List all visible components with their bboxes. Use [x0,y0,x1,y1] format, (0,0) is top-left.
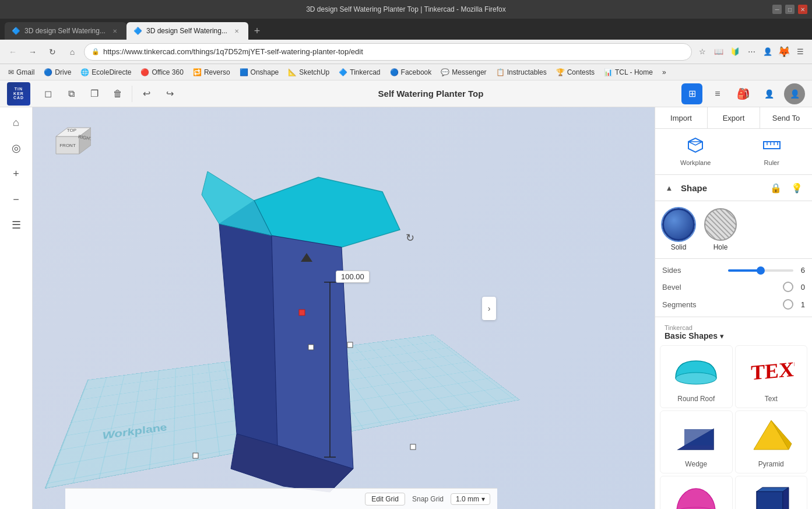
scroll-right-arrow[interactable]: › [482,297,496,320]
svg-marker-36 [684,429,713,445]
ruler-button[interactable]: Ruler [736,134,808,170]
library-name-dropdown[interactable]: Basic Shapes ▾ [665,331,724,340]
back-button[interactable]: ← [5,44,21,60]
shape-card-pyramid[interactable]: Pyramid [735,410,808,473]
maximize-button[interactable]: □ [785,5,795,14]
grid-view-button[interactable]: ⊞ [681,83,702,104]
shape-card-half-sphere[interactable]: Half Sphere [660,476,733,509]
briefcase-button[interactable]: 🎒 [733,83,754,104]
shape-panel-header: ▲ Shape 🔒 💡 [655,175,812,201]
bookmark-messenger[interactable]: 💬 Messenger [437,67,490,78]
hole-label: Hole [713,243,728,251]
bevel-radio[interactable] [783,282,793,292]
layers-button[interactable]: ☰ [6,215,27,236]
svg-rect-41 [757,492,783,510]
shape-card-wedge[interactable]: Wedge [660,410,733,473]
bookmark-more[interactable]: » [659,67,670,78]
workplane-label-text: Workplane [680,159,711,166]
tab-1-close[interactable]: ✕ [110,26,119,36]
bookmarks-icon[interactable]: ☆ [695,45,709,59]
bookmark-drive[interactable]: 🔵 Drive [40,67,75,78]
main-area: ⌂ ◎ + − ☰ ◉ ⬡ ⬢ ⊟ ⇔ FRONT RIG [0,107,812,509]
new-shape-button[interactable]: ◻ [37,83,58,104]
shape-card-round-roof[interactable]: Round Roof [660,345,733,408]
zoom-out-button[interactable]: − [6,189,27,210]
app-toolbar: TIN KER CAD ◻ ⧉ ❐ 🗑 ↩ ↪ Self Watering Pl… [0,80,812,107]
workplane-button[interactable]: Workplane [660,134,732,170]
svg-rect-17 [193,453,198,458]
bookmark-office360-label: Office 360 [152,68,183,76]
segments-radio[interactable] [783,299,793,310]
shape-card-polygon[interactable]: Polygon [735,476,808,509]
reader-mode-icon[interactable]: 📖 [712,45,726,59]
bookmark-reverso-label: Reverso [204,68,230,76]
address-url[interactable]: https://www.tinkercad.com/things/1q7D52m… [103,47,684,56]
hole-option[interactable]: Hole [704,208,737,251]
3d-shape[interactable]: ↻ ↩ [120,166,528,509]
panel-collapse-button[interactable]: ▲ [662,181,676,195]
bookmark-gmail-label: Gmail [16,68,34,76]
orientation-cube[interactable]: FRONT RIGHT TOP [44,119,91,166]
reload-button[interactable]: ↻ [44,44,61,60]
reverso-icon: 🔁 [193,68,202,76]
home-button[interactable]: ⌂ [64,44,80,60]
bookmark-office360[interactable]: 🔴 Office 360 [137,67,187,78]
bookmark-facebook[interactable]: 🔵 Facebook [386,67,435,78]
lock-icon[interactable]: 🔒 [768,180,784,196]
sides-thumb[interactable] [757,266,765,275]
minimize-button[interactable]: ─ [772,5,782,14]
address-input-wrap[interactable]: 🔒 https://www.tinkercad.com/things/1q7D5… [84,43,692,61]
edit-grid-button[interactable]: Edit Grid [365,493,405,506]
user-avatar[interactable]: 👤 [784,83,805,104]
fit-view-button[interactable]: ◎ [6,138,27,159]
pocket-icon[interactable]: 🔰 [728,45,742,59]
bookmark-ecoledirecte[interactable]: 🌐 EcoleDirecte [77,67,135,78]
solid-option[interactable]: Solid [662,208,695,251]
bookmark-contests-label: Contests [567,68,595,76]
shape-card-text[interactable]: TEXT Text [735,345,808,408]
firefox-logo-icon: 🦊 [777,45,791,59]
bookmark-gmail[interactable]: ✉ Gmail [5,67,38,78]
send-to-button[interactable]: Send To [760,107,812,128]
add-user-button[interactable]: 👤 [758,83,779,104]
tab-2-close[interactable]: ✕ [232,26,241,36]
browser-tabs: 🔷 3D design Self Watering... ✕ 🔷 3D desi… [0,19,812,40]
bookmark-tcl[interactable]: 📊 TCL - Home [600,67,656,78]
delete-button[interactable]: 🗑 [107,83,128,104]
bookmark-onshape[interactable]: 🟦 Onshape [236,67,283,78]
lightbulb-icon[interactable]: 💡 [789,180,805,196]
svg-rect-15 [299,310,305,315]
home-view-button[interactable]: ⌂ [6,112,27,133]
tinkercad-logo[interactable]: TIN KER CAD [7,82,30,106]
bookmark-sketchup-label: SketchUp [299,68,329,76]
tab-1[interactable]: 🔷 3D design Self Watering... ✕ [5,22,126,40]
snap-grid-value[interactable]: 1.0 mm ▾ [451,493,490,505]
bookmark-sketchup[interactable]: 📐 SketchUp [284,67,333,78]
3d-viewport[interactable]: FRONT RIGHT TOP Workplane [33,107,655,509]
firefox-account-icon[interactable]: 👤 [761,45,775,59]
bookmark-instructables[interactable]: 📋 Instructables [493,67,550,78]
redo-button[interactable]: ↪ [159,83,180,104]
avatar-image: 👤 [784,83,805,104]
bookmark-reverso[interactable]: 🔁 Reverso [189,67,234,78]
forward-button[interactable]: → [24,44,41,60]
zoom-in-button[interactable]: + [6,163,27,184]
copy-button[interactable]: ⧉ [61,83,82,104]
more-options-icon[interactable]: ⋯ [744,45,758,59]
bookmark-tinkercad[interactable]: 🔷 Tinkercad [335,67,384,78]
tab-2[interactable]: 🔷 3D design Self Watering... ✕ [126,22,248,40]
bookmark-facebook-label: Facebook [401,68,432,76]
close-button[interactable]: ✕ [798,5,807,14]
list-view-button[interactable]: ≡ [707,83,728,104]
export-button[interactable]: Export [708,107,760,128]
hamburger-menu-icon[interactable]: ☰ [793,45,807,59]
address-bar-actions: ☆ 📖 🔰 ⋯ 👤 🦊 ☰ [695,45,807,59]
undo-button[interactable]: ↩ [136,83,157,104]
new-tab-button[interactable]: + [248,22,266,40]
canvas-area[interactable]: ◉ ⬡ ⬢ ⊟ ⇔ FRONT RIGHT TOP [33,107,655,509]
library-category: Tinkercad Basic Shapes ▾ [665,324,724,340]
import-button[interactable]: Import [655,107,708,128]
sides-slider[interactable] [728,269,794,272]
bookmark-contests[interactable]: 🏆 Contests [553,67,598,78]
duplicate-button[interactable]: ❐ [84,83,105,104]
